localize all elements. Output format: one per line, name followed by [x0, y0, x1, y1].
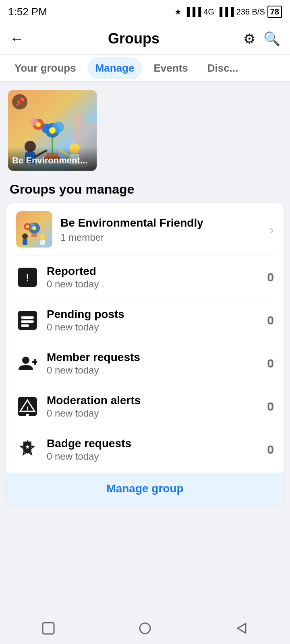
manage-group-button[interactable]: Manage group [6, 473, 284, 505]
tab-your-groups[interactable]: Your groups [6, 57, 84, 79]
group-avatar-illustration [16, 211, 52, 248]
search-icon[interactable]: 🔍 [263, 31, 280, 47]
svg-text:★: ★ [25, 444, 30, 450]
svg-rect-34 [21, 316, 34, 319]
group-info: Be Environmental Friendly 1 member [60, 216, 261, 243]
member-requests-row[interactable]: Member requests 0 new today 0 [6, 342, 284, 385]
4g-label: 4G [203, 7, 214, 17]
badge-requests-row[interactable]: ★ Badge requests 0 new today 0 [6, 428, 284, 471]
badge-icon: ★ [16, 438, 39, 461]
reported-count: 0 [267, 270, 274, 284]
moderation-alerts-row[interactable]: ! Moderation alerts 0 new today 0 [6, 385, 284, 428]
signal-icon: ▐▐▐ [184, 7, 201, 17]
member-requests-sub: 0 new today [47, 365, 259, 376]
bluetooth-icon: ★ [174, 7, 182, 17]
pending-posts-label: Pending posts [47, 308, 259, 321]
status-icons: ★ ▐▐▐ 4G ▐▐▐ 236 B/S 78 [174, 6, 282, 18]
circle-icon[interactable] [133, 616, 157, 640]
member-requests-text: Member requests 0 new today [47, 351, 259, 376]
person-add-icon [16, 352, 39, 375]
posts-icon [16, 309, 39, 332]
manage-group-label: Manage group [106, 482, 183, 495]
bottom-spacer [0, 505, 290, 545]
data-speed: 236 B/S [236, 7, 265, 17]
reported-sub: 0 new today [47, 279, 259, 290]
svg-rect-44 [43, 623, 54, 634]
badge-requests-text: Badge requests 0 new today [47, 437, 259, 462]
alert-icon: ! [16, 266, 39, 289]
group-name: Be Environmental Friendly [60, 216, 261, 230]
member-requests-label: Member requests [47, 351, 259, 364]
group-members: 1 member [60, 232, 261, 243]
svg-rect-41 [26, 414, 29, 416]
pending-posts-count: 0 [267, 314, 274, 327]
tab-manage[interactable]: Manage [87, 57, 143, 79]
svg-point-13 [36, 122, 41, 127]
featured-group-label: Be Environment... [8, 147, 97, 171]
badge-requests-label: Badge requests [47, 437, 259, 450]
tab-bar: Your groups Manage Events Disc... [0, 55, 290, 82]
svg-text:!: ! [26, 405, 29, 414]
moderation-alerts-text: Moderation alerts 0 new today [47, 394, 259, 419]
featured-group-card[interactable]: 📌 Be Environment... [8, 90, 97, 171]
tab-events[interactable]: Events [145, 57, 196, 79]
reported-row[interactable]: ! Reported 0 new today 0 [6, 256, 284, 299]
svg-rect-30 [40, 240, 45, 245]
status-time: 1:52 PM [8, 6, 47, 18]
pin-icon: 📌 [12, 94, 27, 109]
svg-rect-26 [31, 234, 37, 237]
svg-point-10 [49, 127, 56, 134]
moderation-alerts-count: 0 [267, 400, 274, 413]
pending-posts-row[interactable]: Pending posts 0 new today 0 [6, 299, 284, 342]
square-icon[interactable] [36, 616, 60, 640]
status-bar: 1:52 PM ★ ▐▐▐ 4G ▐▐▐ 236 B/S 78 [0, 0, 290, 23]
back-button[interactable]: ← [10, 30, 24, 47]
moderation-alerts-label: Moderation alerts [47, 394, 259, 407]
svg-rect-36 [21, 324, 29, 327]
svg-point-25 [26, 225, 29, 228]
svg-point-27 [22, 233, 28, 239]
reported-label: Reported [47, 265, 259, 278]
tab-discover[interactable]: Disc... [199, 57, 246, 79]
group-row[interactable]: Be Environmental Friendly 1 member › [6, 203, 284, 256]
svg-point-23 [32, 226, 36, 230]
svg-text:!: ! [26, 271, 29, 284]
member-requests-count: 0 [267, 357, 274, 370]
reported-text: Reported 0 new today [47, 265, 259, 290]
battery-indicator: 78 [267, 6, 282, 18]
moderation-icon: ! [16, 395, 39, 418]
signal-icon2: ▐▐▐ [217, 7, 234, 17]
manage-card: Be Environmental Friendly 1 member › ! R… [6, 203, 284, 505]
group-avatar [16, 211, 52, 248]
back-triangle-icon[interactable] [230, 616, 254, 640]
chevron-right-icon: › [269, 222, 274, 237]
badge-requests-count: 0 [267, 443, 274, 456]
svg-rect-28 [23, 239, 27, 245]
nav-bar: ← Groups ⚙ 🔍 [0, 23, 290, 55]
pending-posts-sub: 0 new today [47, 322, 259, 333]
nav-actions: ⚙ 🔍 [243, 31, 280, 47]
svg-rect-35 [21, 320, 34, 323]
page-title: Groups [108, 30, 160, 47]
moderation-alerts-sub: 0 new today [47, 408, 259, 419]
bottom-nav [0, 612, 290, 644]
svg-marker-46 [238, 623, 246, 633]
svg-point-37 [22, 357, 29, 364]
gear-icon[interactable]: ⚙ [243, 31, 255, 47]
badge-requests-sub: 0 new today [47, 451, 259, 462]
svg-point-29 [40, 234, 46, 240]
section-title: Groups you manage [0, 171, 290, 203]
svg-point-45 [140, 623, 150, 634]
pending-posts-text: Pending posts 0 new today [47, 308, 259, 333]
